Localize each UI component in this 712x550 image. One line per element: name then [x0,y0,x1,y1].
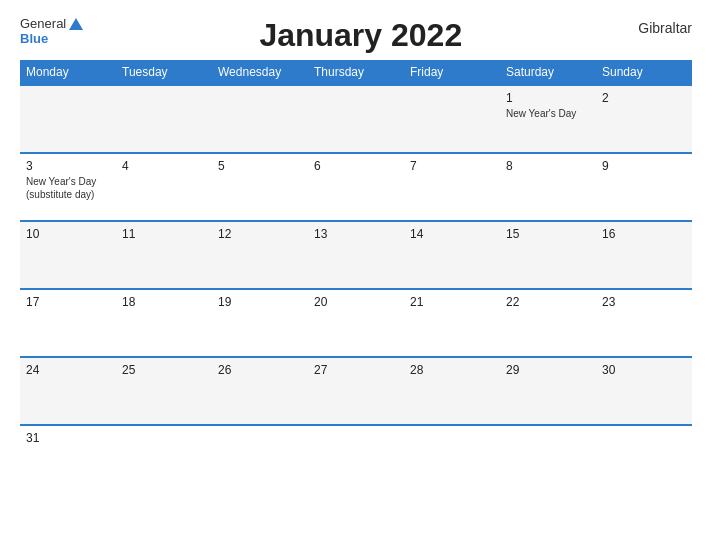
header-thursday: Thursday [308,60,404,85]
day-number: 5 [218,159,302,173]
calendar-week-row: 17181920212223 [20,289,692,357]
calendar-day-cell: 30 [596,357,692,425]
calendar-day-cell: 21 [404,289,500,357]
calendar-day-cell: 8 [500,153,596,221]
day-number: 12 [218,227,302,241]
calendar-day-cell: 17 [20,289,116,357]
calendar-day-cell: 20 [308,289,404,357]
day-number: 31 [26,431,110,445]
calendar-day-cell: 26 [212,357,308,425]
calendar-table: Monday Tuesday Wednesday Thursday Friday… [20,60,692,475]
day-number: 6 [314,159,398,173]
calendar-day-cell [500,425,596,475]
calendar-day-cell [596,425,692,475]
day-number: 2 [602,91,686,105]
day-number: 23 [602,295,686,309]
day-number: 18 [122,295,206,309]
calendar-day-cell: 15 [500,221,596,289]
header-wednesday: Wednesday [212,60,308,85]
day-number: 15 [506,227,590,241]
day-number: 22 [506,295,590,309]
logo-blue-text: Blue [20,31,48,46]
day-number: 7 [410,159,494,173]
day-number: 9 [602,159,686,173]
calendar-day-cell [308,85,404,153]
day-number: 20 [314,295,398,309]
calendar-day-cell: 25 [116,357,212,425]
day-number: 17 [26,295,110,309]
calendar-day-cell: 14 [404,221,500,289]
day-number: 10 [26,227,110,241]
day-number: 19 [218,295,302,309]
calendar-day-cell: 5 [212,153,308,221]
header-sunday: Sunday [596,60,692,85]
calendar-day-cell: 31 [20,425,116,475]
calendar-day-cell [404,85,500,153]
calendar-week-row: 3New Year's Day (substitute day)456789 [20,153,692,221]
calendar-day-cell: 29 [500,357,596,425]
day-number: 24 [26,363,110,377]
calendar-week-row: 10111213141516 [20,221,692,289]
calendar-page: General Blue January 2022 Gibraltar Mond… [0,0,712,550]
calendar-week-row: 1New Year's Day2 [20,85,692,153]
logo-general-text: General [20,16,66,31]
calendar-day-cell: 19 [212,289,308,357]
day-number: 14 [410,227,494,241]
calendar-day-cell: 1New Year's Day [500,85,596,153]
calendar-day-cell: 7 [404,153,500,221]
calendar-day-cell: 16 [596,221,692,289]
calendar-day-cell [116,85,212,153]
calendar-day-cell: 11 [116,221,212,289]
calendar-day-cell: 12 [212,221,308,289]
calendar-day-cell: 4 [116,153,212,221]
calendar-day-cell: 9 [596,153,692,221]
calendar-day-cell: 27 [308,357,404,425]
day-number: 16 [602,227,686,241]
calendar-day-cell: 24 [20,357,116,425]
header: General Blue January 2022 Gibraltar [20,16,692,54]
weekday-header-row: Monday Tuesday Wednesday Thursday Friday… [20,60,692,85]
calendar-day-cell: 22 [500,289,596,357]
day-number: 3 [26,159,110,173]
calendar-day-cell: 6 [308,153,404,221]
calendar-day-cell: 3New Year's Day (substitute day) [20,153,116,221]
header-monday: Monday [20,60,116,85]
day-number: 26 [218,363,302,377]
title-section: January 2022 [83,16,638,54]
calendar-day-cell: 18 [116,289,212,357]
header-friday: Friday [404,60,500,85]
day-number: 25 [122,363,206,377]
calendar-day-cell: 13 [308,221,404,289]
logo-triangle-icon [69,18,83,30]
day-number: 13 [314,227,398,241]
country-label: Gibraltar [638,16,692,36]
day-number: 28 [410,363,494,377]
day-number: 30 [602,363,686,377]
calendar-week-row: 31 [20,425,692,475]
day-number: 29 [506,363,590,377]
calendar-day-cell: 28 [404,357,500,425]
logo-blue-part: Blue [20,31,48,46]
calendar-day-cell [404,425,500,475]
header-tuesday: Tuesday [116,60,212,85]
day-number: 21 [410,295,494,309]
calendar-day-cell [116,425,212,475]
calendar-title: January 2022 [83,16,638,54]
day-number: 27 [314,363,398,377]
logo-line1: General [20,16,83,31]
calendar-day-cell: 23 [596,289,692,357]
day-number: 8 [506,159,590,173]
day-event: New Year's Day (substitute day) [26,176,96,200]
logo: General Blue [20,16,83,46]
calendar-day-cell [212,425,308,475]
calendar-day-cell [212,85,308,153]
calendar-day-cell [20,85,116,153]
calendar-day-cell: 10 [20,221,116,289]
day-number: 1 [506,91,590,105]
day-number: 4 [122,159,206,173]
day-number: 11 [122,227,206,241]
calendar-week-row: 24252627282930 [20,357,692,425]
day-event: New Year's Day [506,108,576,119]
calendar-day-cell: 2 [596,85,692,153]
header-saturday: Saturday [500,60,596,85]
